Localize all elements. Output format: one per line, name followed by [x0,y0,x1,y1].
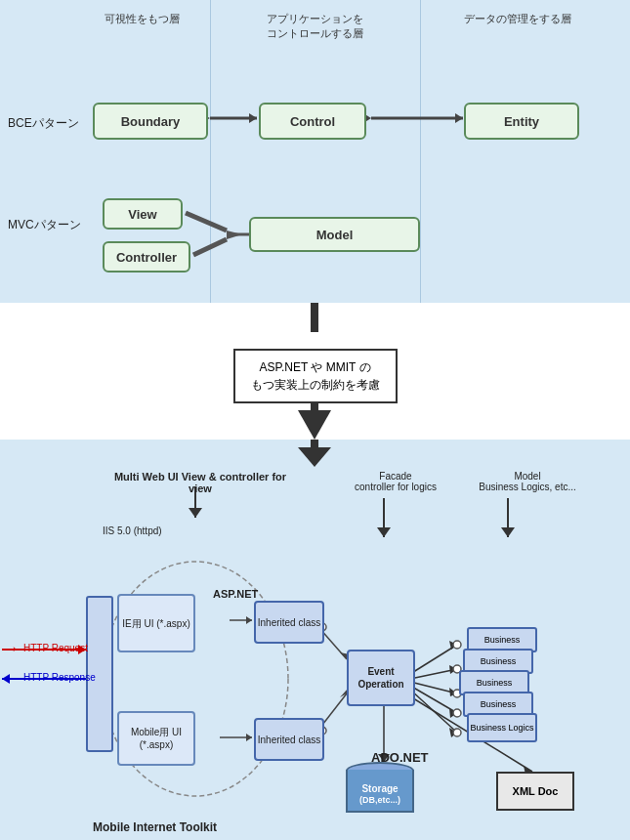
constraint-box: ASP.NET や MMIT のもつ実装上の制約を考慮 [233,349,398,403]
bottom-diagram: Multi Web UI View & controller for view … [0,440,630,840]
svg-marker-2 [249,113,257,123]
svg-line-34 [410,682,457,693]
mobile-ui-label: Mobile用 UI (*.aspx) [119,726,193,751]
ie-ui-label: IE用 UI (*.aspx) [122,617,189,630]
model-biz-label: ModelBusiness Logics, etc... [459,471,596,492]
biz-logics-label: Business Logics [470,723,533,734]
inherited-class-1-box: Inherited class [254,601,324,644]
col3-header: データの管理をする層 [420,12,615,26]
svg-marker-47 [501,527,515,537]
svg-marker-5 [455,113,463,123]
svg-line-6 [186,213,227,231]
control-box: Control [259,103,366,140]
multi-web-ui-label: Multi Web UI View & controller for view [112,471,288,494]
svg-marker-37 [449,708,457,718]
inherited-class-1-label: Inherited class [258,616,320,629]
model-box: Model [249,217,420,252]
svg-line-36 [410,686,457,713]
svg-marker-45 [377,527,391,537]
ado-net-label: ADO.NET [371,750,429,765]
svg-marker-35 [449,688,457,696]
inherited-class-2-label: Inherited class [258,734,320,746]
controller-box: Controller [103,241,190,273]
mvc-pattern-label: MVCパターン [8,217,81,233]
col2-header: アプリケーションをコントロールする層 [210,12,420,42]
http-request-label: → HTTP Request [2,643,88,653]
xml-doc-box: XML Doc [496,772,574,811]
boundary-box: Boundary [93,103,208,140]
svg-marker-14 [298,447,331,467]
facade-label: Facadecontroller for logics [332,471,459,492]
entity-box: Entity [464,103,579,140]
constraint-text: ASP.NET や MMIT のもつ実装上の制約を考慮 [251,360,380,392]
svg-marker-49 [189,508,202,518]
svg-marker-39 [449,728,457,737]
aspnet-label: ASP.NET [213,588,258,600]
svg-marker-12 [298,410,331,440]
mobile-ui-box: Mobile用 UI (*.aspx) [117,711,195,766]
svg-marker-33 [449,665,457,674]
col-divider-1 [210,0,211,303]
col-divider-2 [420,0,421,303]
svg-marker-23 [246,734,252,741]
xml-doc-label: XML Doc [513,785,559,797]
event-op-label: Event Operation [349,665,413,691]
svg-point-54 [453,729,461,736]
inherited-class-2-box: Inherited class [254,718,324,761]
iis-label: IIS 5.0 (httpd) [103,525,162,536]
http-response-label: ← HTTP Response [2,672,96,683]
storage-container: Storage(DB,etc...) [346,762,414,816]
col1-header: 可視性をもつ層 [78,12,205,26]
biz-logics: Business Logics [467,713,537,742]
ie-ui-box: IE用 UI (*.aspx) [117,594,195,652]
storage-label: Storage(DB,etc...) [346,783,414,805]
middle-section: ASP.NET や MMIT のもつ実装上の制約を考慮 [0,303,630,440]
top-diagram: 可視性をもつ層 アプリケーションをコントロールする層 データの管理をする層 BC… [0,0,630,303]
event-operation-box: Event Operation [347,650,415,706]
top-diagram-svg [0,0,630,303]
storage-cylinder: Storage(DB,etc...) [346,762,414,816]
svg-point-50 [453,641,461,649]
view-box: View [103,198,183,230]
svg-line-32 [410,669,457,679]
svg-point-53 [453,709,461,717]
svg-marker-8 [227,231,242,239]
svg-marker-21 [246,616,252,624]
svg-marker-31 [449,641,457,650]
svg-line-30 [410,645,457,674]
svg-line-38 [410,690,457,733]
mobile-internet-label: Mobile Internet Toolkit [93,820,217,834]
bce-pattern-label: BCEパターン [8,115,79,132]
